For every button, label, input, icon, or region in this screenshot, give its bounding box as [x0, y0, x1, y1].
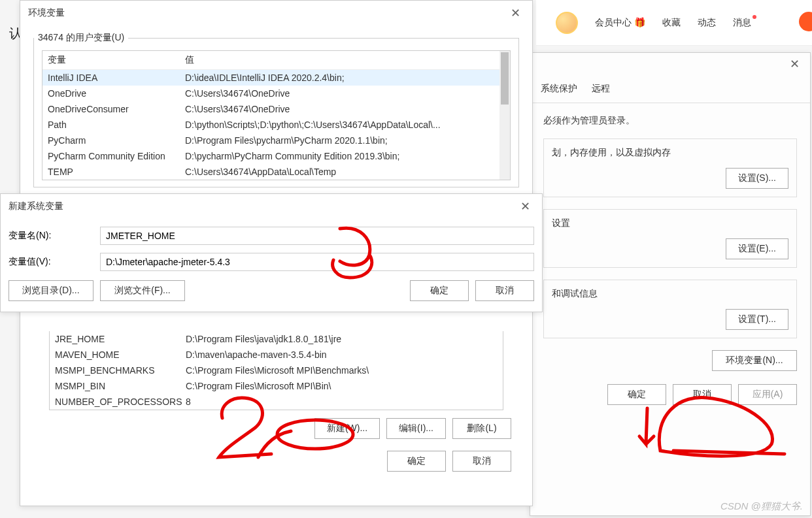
table-row[interactable]: MSMPI_BENCHMARKSC:\Program Files\Microso… [50, 363, 503, 378]
cell-val: D:\Program Files\java\jdk1.8.0_181\jre [180, 332, 503, 346]
table-row[interactable]: MAVEN_HOMED:\maven\apache-maven-3.5.4-bi… [50, 347, 503, 363]
cell-var: OneDrive [42, 87, 180, 100]
cell-var: OneDriveConsumer [42, 103, 180, 116]
cell-var: JRE_HOME [50, 332, 180, 346]
cell-var: TEMP [42, 165, 180, 178]
env-ok-button[interactable]: 确定 [387, 451, 446, 472]
cell-val: D:\maven\apache-maven-3.5.4-bin [180, 348, 503, 361]
notification-badge[interactable] [799, 12, 812, 31]
cell-var: PyCharm Community Edition [42, 150, 180, 163]
environment-variables-button[interactable]: 环境变量(N)... [712, 350, 797, 371]
nav-member-center[interactable]: 会员中心 🎁 [595, 17, 645, 29]
table-row[interactable]: JRE_HOMED:\Program Files\java\jdk1.8.0_1… [50, 331, 503, 347]
cell-val: C:\Program Files\Microsoft MPI\Benchmark… [180, 364, 503, 377]
cell-var: MAVEN_HOME [50, 348, 180, 361]
user-variables-table[interactable]: 变量 值 IntelliJ IDEAD:\idea\IDLE\IntelliJ … [42, 50, 511, 180]
system-properties-dialog: ✕ 系统保护 远程 必须作为管理员登录。 划，内存使用，以及虚拟内存 设置(S)… [530, 52, 811, 516]
col-variable[interactable]: 变量 [42, 51, 180, 69]
env-note: 设置 [552, 218, 788, 229]
table-row[interactable]: OneDriveC:\Users\34674\OneDrive [42, 86, 510, 101]
nav-activity[interactable]: 动态 [698, 17, 716, 29]
cell-val: 8 [180, 395, 503, 408]
cell-val: D:\Program Files\pycharm\PyCharm 2020.1.… [180, 134, 510, 147]
sysprop-ok-button[interactable]: 确定 [607, 384, 666, 405]
cell-var: IntelliJ IDEA [42, 71, 180, 84]
var-value-input[interactable] [100, 253, 534, 271]
browse-dir-button[interactable]: 浏览目录(D)... [8, 280, 93, 301]
table-row[interactable]: PyCharmD:\Program Files\pycharm\PyCharm … [42, 133, 510, 148]
settings-t-button[interactable]: 设置(T)... [726, 309, 788, 330]
edit-system-var-button[interactable]: 编辑(I)... [386, 418, 446, 439]
debug-note: 和调试信息 [552, 288, 788, 300]
var-value-label: 变量值(V): [8, 256, 87, 268]
delete-system-var-button[interactable]: 删除(L) [452, 418, 511, 439]
cell-var: MSMPI_BENCHMARKS [50, 364, 180, 377]
cell-var: PyCharm [42, 134, 180, 147]
newvar-title: 新建系统变量 [8, 201, 63, 212]
scrollbar[interactable] [499, 51, 510, 180]
admin-note: 必须作为管理员登录。 [543, 115, 797, 127]
table-row[interactable]: MSMPI_BINC:\Program Files\Microsoft MPI\… [50, 378, 503, 394]
browse-file-button[interactable]: 浏览文件(F)... [100, 280, 185, 301]
settings-s-button[interactable]: 设置(S)... [726, 168, 788, 189]
cell-val: C:\Users\34674\OneDrive [180, 103, 510, 116]
close-icon[interactable]: ✕ [516, 199, 534, 214]
cell-var: MSMPI_BIN [50, 380, 180, 393]
system-variables-table[interactable]: JRE_HOMED:\Program Files\java\jdk1.8.0_1… [49, 331, 503, 410]
cell-val: D:\python\Scripts\;D:\python\;C:\Users\3… [180, 118, 510, 131]
tab-system-protect[interactable]: 系统保护 [539, 80, 579, 97]
table-row[interactable]: IntelliJ IDEAD:\idea\IDLE\IntelliJ IDEA … [42, 70, 510, 86]
sysprop-cancel-button[interactable]: 取消 [673, 384, 732, 405]
newvar-cancel-button[interactable]: 取消 [475, 280, 534, 301]
nav-favorites[interactable]: 收藏 [662, 17, 681, 29]
settings-e-button[interactable]: 设置(E)... [726, 238, 788, 259]
table-row[interactable]: TEMPC:\Users\34674\AppData\Local\Temp [42, 164, 510, 180]
new-system-variable-dialog: 新建系统变量 ✕ 变量名(N): 变量值(V): 浏览目录(D)... 浏览文件… [0, 193, 543, 312]
cell-val: C:\Program Files\Microsoft MPI\Bin\ [180, 380, 503, 393]
tab-remote[interactable]: 远程 [590, 80, 611, 97]
gift-icon: 🎁 [634, 17, 645, 27]
perf-note: 划，内存使用，以及虚拟内存 [552, 147, 788, 159]
cell-var: Path [42, 118, 180, 131]
cell-val: D:\idea\IDLE\IntelliJ IDEA 2020.2.4\bin; [180, 71, 510, 84]
table-row[interactable]: OneDriveConsumerC:\Users\34674\OneDrive [42, 101, 510, 117]
var-name-label: 变量名(N): [8, 230, 87, 242]
var-name-input[interactable] [100, 227, 534, 245]
avatar[interactable] [556, 12, 578, 34]
close-icon[interactable]: ✕ [507, 6, 524, 20]
col-value[interactable]: 值 [180, 51, 510, 69]
top-navbar: 会员中心 🎁 收藏 动态 消息 [536, 0, 812, 46]
cell-val: C:\Users\34674\AppData\Local\Temp [180, 165, 510, 178]
scroll-thumb[interactable] [501, 52, 509, 105]
sysprop-apply-button[interactable]: 应用(A) [738, 384, 797, 405]
user-variables-legend: 34674 的用户变量(U) [34, 32, 128, 44]
table-row[interactable]: NUMBER_OF_PROCESSORS8 [50, 394, 503, 410]
close-icon[interactable]: ✕ [786, 57, 804, 71]
new-system-var-button[interactable]: 新建(W)... [314, 418, 380, 439]
cell-val: C:\Users\34674\OneDrive [180, 87, 510, 100]
nav-messages[interactable]: 消息 [733, 17, 751, 29]
newvar-ok-button[interactable]: 确定 [410, 280, 469, 301]
env-cancel-button[interactable]: 取消 [452, 451, 511, 472]
env-dialog-title: 环境变量 [28, 7, 65, 19]
table-row[interactable]: PathD:\python\Scripts\;D:\python\;C:\Use… [42, 117, 510, 133]
table-row[interactable]: PyCharm Community EditionD:\pycharm\PyCh… [42, 148, 510, 164]
cell-var: NUMBER_OF_PROCESSORS [50, 395, 180, 408]
sysprop-tabs: 系统保护 远程 [530, 75, 810, 103]
user-variables-group: 34674 的用户变量(U) 变量 值 IntelliJ IDEAD:\idea… [33, 32, 519, 187]
cell-val: D:\pycharm\PyCharm Community Edition 201… [180, 150, 510, 163]
